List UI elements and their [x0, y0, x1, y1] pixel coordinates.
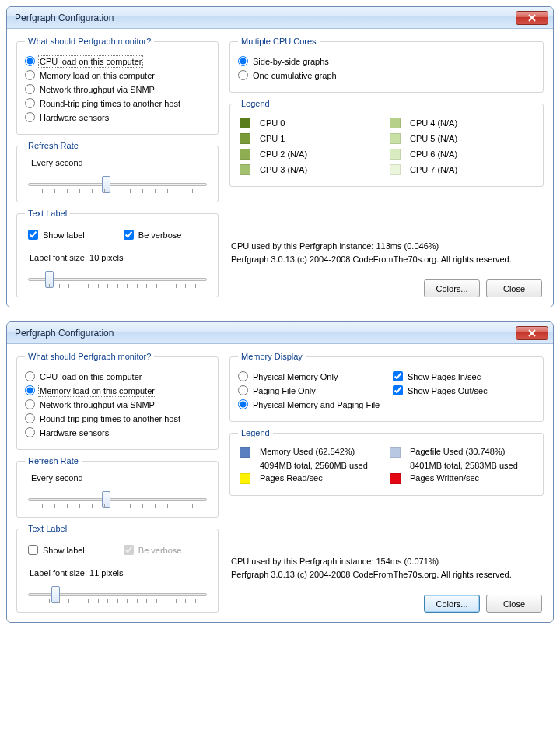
radio-hw-label: Hardware sensors [40, 428, 109, 437]
refresh-value-label: Every second [31, 158, 210, 167]
radio-ping[interactable] [25, 413, 35, 423]
refresh-group: Refresh Rate Every second [16, 141, 219, 202]
check-pages-in[interactable] [393, 371, 403, 381]
swatch-cpu1 [240, 133, 250, 144]
cores-group: Multiple CPU Cores Side-by-side graphs O… [229, 37, 544, 93]
radio-phys-and-page[interactable] [238, 399, 248, 409]
cpu-legend-group: Legend CPU 0 CPU 4 (N/A) CPU 1 CPU 5 (N/… [229, 99, 544, 187]
swatch-cpu7 [390, 164, 401, 175]
close-icon[interactable] [516, 11, 548, 25]
radio-mem-label: Memory load on this computer [40, 71, 155, 80]
radio-page-only[interactable] [238, 385, 248, 395]
check-show-label-text: Show label [43, 546, 85, 555]
radio-mem[interactable] [25, 70, 35, 80]
radio-net-label: Network throughput via SNMP [40, 85, 155, 94]
swatch-cpu0 [240, 118, 250, 128]
label-pages-read: Pages Read/sec [260, 473, 383, 483]
check-show-label[interactable] [28, 545, 38, 555]
swatch-cpu5 [390, 133, 401, 144]
swatch-pages-written [390, 473, 401, 484]
check-pages-out-label: Show Pages Out/sec [408, 386, 488, 395]
radio-ping-label: Round-trip ping times to another host [40, 414, 180, 423]
label-cpu2: CPU 2 (N/A) [260, 149, 383, 159]
swatch-cpu4 [390, 118, 401, 128]
radio-hw[interactable] [25, 427, 35, 437]
label-pagefile-used: Pagefile Used (30.748%) [410, 447, 534, 456]
radio-cpu[interactable] [25, 371, 35, 381]
radio-net[interactable] [25, 399, 35, 409]
memory-display-legend: Memory Display [238, 352, 306, 361]
window-title: Perfgraph Configuration [15, 328, 114, 339]
label-cpu1: CPU 1 [260, 134, 383, 143]
colors-button[interactable]: Colors... [424, 595, 480, 613]
radio-sidebyside-label: Side-by-side graphs [253, 57, 329, 66]
label-cpu3: CPU 3 (N/A) [260, 165, 383, 174]
check-verbose-text: Be verbose [138, 546, 182, 555]
monitor-legend: What should Perfgraph monitor? [25, 37, 154, 46]
refresh-slider[interactable] [28, 175, 207, 194]
cores-legend: Multiple CPU Cores [238, 37, 320, 46]
radio-phys-only[interactable] [238, 371, 248, 381]
cpu-legend-title: Legend [238, 99, 273, 108]
refresh-slider[interactable] [28, 490, 207, 509]
check-pages-out[interactable] [393, 385, 403, 395]
radio-sidebyside[interactable] [238, 56, 248, 66]
label-cpu0: CPU 0 [260, 118, 383, 128]
font-size-slider[interactable] [28, 585, 207, 604]
monitor-group: What should Perfgraph monitor? CPU load … [16, 352, 219, 450]
radio-mem-label: Memory load on this computer [40, 386, 155, 395]
radio-cumulative[interactable] [238, 70, 248, 80]
check-show-label-text: Show label [43, 230, 85, 240]
mem-legend-group: Legend Memory Used (62.542%) Pagefile Us… [229, 428, 544, 496]
label-mem-used: Memory Used (62.542%) [260, 447, 383, 456]
label-mem-used-detail: 4094MB total, 2560MB used [260, 461, 383, 470]
radio-phys-only-label: Physical Memory Only [253, 372, 338, 381]
swatch-cpu6 [390, 149, 401, 160]
monitor-legend: What should Perfgraph monitor? [25, 352, 154, 361]
radio-cpu[interactable] [25, 56, 35, 66]
titlebar[interactable]: Perfgraph Configuration [7, 7, 553, 29]
textlabel-group: Text Label Show label Be verbose Label f… [16, 209, 219, 297]
config-window-cpu: Perfgraph Configuration What should Perf… [6, 6, 554, 307]
close-icon[interactable] [516, 326, 548, 340]
titlebar[interactable]: Perfgraph Configuration [7, 322, 553, 344]
mem-legend-title: Legend [238, 428, 273, 437]
radio-hw[interactable] [25, 112, 35, 122]
status-cpu-usage: CPU used by this Perfgraph instance: 154… [231, 555, 542, 569]
label-pages-written: Pages Written/sec [410, 473, 534, 483]
label-cpu6: CPU 6 (N/A) [410, 149, 534, 159]
label-pagefile-used-detail: 8401MB total, 2583MB used [410, 461, 534, 470]
radio-net[interactable] [25, 84, 35, 94]
label-cpu7: CPU 7 (N/A) [410, 165, 534, 174]
font-size-label: Label font size: 11 pixels [30, 568, 210, 578]
status-copyright: Perfgraph 3.0.13 (c) 2004-2008 CodeFromT… [231, 253, 542, 267]
check-pages-in-label: Show Pages In/sec [408, 372, 481, 381]
check-verbose[interactable] [124, 230, 134, 240]
label-cpu4: CPU 4 (N/A) [410, 118, 534, 128]
radio-mem[interactable] [25, 385, 35, 395]
textlabel-legend: Text Label [25, 524, 70, 533]
radio-ping-label: Round-trip ping times to another host [40, 99, 180, 108]
swatch-cpu2 [240, 149, 250, 160]
refresh-value-label: Every second [31, 473, 210, 483]
radio-page-only-label: Paging File Only [253, 386, 316, 395]
radio-net-label: Network throughput via SNMP [40, 400, 155, 409]
textlabel-group: Text Label Show label Be verbose Label f… [16, 524, 219, 613]
radio-cpu-label: CPU load on this computer [40, 372, 142, 381]
colors-button[interactable]: Colors... [424, 279, 480, 297]
font-size-label: Label font size: 10 pixels [30, 253, 210, 262]
radio-ping[interactable] [25, 98, 35, 108]
swatch-pagefile-used [390, 447, 401, 458]
window-title: Perfgraph Configuration [15, 12, 114, 23]
config-window-memory: Perfgraph Configuration What should Perf… [6, 321, 554, 623]
swatch-pages-read [240, 473, 250, 484]
check-verbose [124, 545, 134, 555]
font-size-slider[interactable] [28, 270, 207, 289]
swatch-mem-used [240, 447, 250, 458]
refresh-group: Refresh Rate Every second [16, 456, 219, 518]
check-show-label[interactable] [28, 230, 38, 240]
status-cpu-usage: CPU used by this Perfgraph instance: 113… [231, 240, 542, 254]
close-button[interactable]: Close [486, 595, 542, 613]
label-cpu5: CPU 5 (N/A) [410, 134, 534, 143]
close-button[interactable]: Close [486, 279, 542, 297]
